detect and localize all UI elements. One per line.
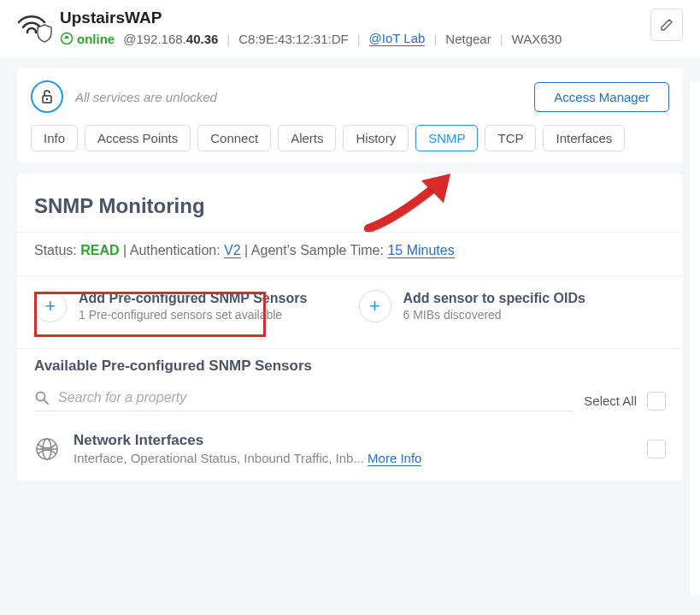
shield-icon <box>36 24 53 43</box>
more-info-link[interactable]: More Info <box>368 451 421 466</box>
sensor-name: Network Interfaces <box>74 432 633 449</box>
tab-snmp[interactable]: SNMP <box>415 125 478 151</box>
tab-alerts[interactable]: Alerts <box>278 125 336 151</box>
device-name: UpstairsWAP <box>60 9 650 27</box>
services-panel: All services are unlocked Access Manager… <box>17 68 683 163</box>
tab-tcp[interactable]: TCP <box>485 125 536 151</box>
device-location-link[interactable]: @IoT Lab <box>369 31 426 46</box>
select-all-checkbox[interactable] <box>647 392 666 411</box>
plus-icon: + <box>359 290 391 322</box>
lock-status-text: All services are unlocked <box>75 90 217 104</box>
sensor-desc: Interface, Operational Status, Inbound T… <box>74 451 633 465</box>
add-preconfigured-card[interactable]: + Add Pre-configured SNMP Sensors 1 Pre-… <box>31 285 345 328</box>
search-wrap <box>34 390 574 411</box>
search-row: Select All <box>17 383 683 417</box>
device-vendor: Netgear <box>445 32 491 46</box>
add-oid-card[interactable]: + Add sensor to specific OIDs 6 MIBs dis… <box>356 285 670 328</box>
select-all-label: Select All <box>584 393 637 408</box>
add-sensors-row: + Add Pre-configured SNMP Sensors 1 Pre-… <box>17 276 683 343</box>
header-info: UpstairsWAP online @192.168.40.36 | C8:9… <box>60 9 650 46</box>
tab-interfaces[interactable]: Interfaces <box>543 125 625 151</box>
snmp-status-value: READ <box>80 243 119 257</box>
svg-line-4 <box>44 400 49 405</box>
access-manager-button[interactable]: Access Manager <box>534 82 669 112</box>
snmp-panel: SNMP Monitoring Status: READ | Authentic… <box>17 174 683 481</box>
snmp-sample-link[interactable]: 15 Minutes <box>387 243 454 258</box>
right-panel-edge <box>690 82 700 595</box>
add-pre-sub: 1 Pre-configured sensors set available <box>79 308 307 322</box>
pencil-icon <box>660 18 674 32</box>
content-area: All services are unlocked Access Manager… <box>0 58 700 491</box>
search-icon <box>34 390 50 405</box>
device-model: WAX630 <box>512 32 562 46</box>
unlock-icon <box>40 89 54 104</box>
snmp-title: SNMP Monitoring <box>17 174 683 227</box>
status-dot-icon <box>60 32 74 45</box>
search-input[interactable] <box>58 390 574 405</box>
device-ip: @192.168.40.36 <box>123 32 218 46</box>
device-type-icon <box>17 14 48 36</box>
available-sensors-title: Available Pre-configured SNMP Sensors <box>17 349 683 383</box>
device-meta: online @192.168.40.36 | C8:9E:43:12:31:D… <box>60 31 650 46</box>
svg-point-2 <box>46 98 48 100</box>
snmp-status-line: Status: READ | Authentication: V2 | Agen… <box>17 233 683 270</box>
tab-bar: Info Access Points Connect Alerts Histor… <box>31 125 669 151</box>
add-oid-sub: 6 MIBs discovered <box>403 308 585 322</box>
lock-row: All services are unlocked Access Manager <box>31 80 669 113</box>
edit-button[interactable] <box>650 9 683 41</box>
unlock-badge <box>31 80 63 113</box>
globe-icon <box>34 436 60 462</box>
tab-access-points[interactable]: Access Points <box>85 125 191 151</box>
add-pre-title: Add Pre-configured SNMP Sensors <box>79 291 307 306</box>
snmp-auth-link[interactable]: V2 <box>224 243 241 258</box>
sensor-row-network-interfaces: Network Interfaces Interface, Operationa… <box>17 417 683 481</box>
plus-icon: + <box>34 290 67 322</box>
online-status: online <box>60 32 115 46</box>
tab-history[interactable]: History <box>343 125 409 151</box>
sensor-checkbox[interactable] <box>647 440 666 458</box>
device-header: UpstairsWAP online @192.168.40.36 | C8:9… <box>0 0 700 58</box>
tab-info[interactable]: Info <box>31 125 78 151</box>
tab-connect[interactable]: Connect <box>197 125 271 151</box>
device-mac: C8:9E:43:12:31:DF <box>238 32 348 46</box>
add-oid-title: Add sensor to specific OIDs <box>403 291 585 306</box>
